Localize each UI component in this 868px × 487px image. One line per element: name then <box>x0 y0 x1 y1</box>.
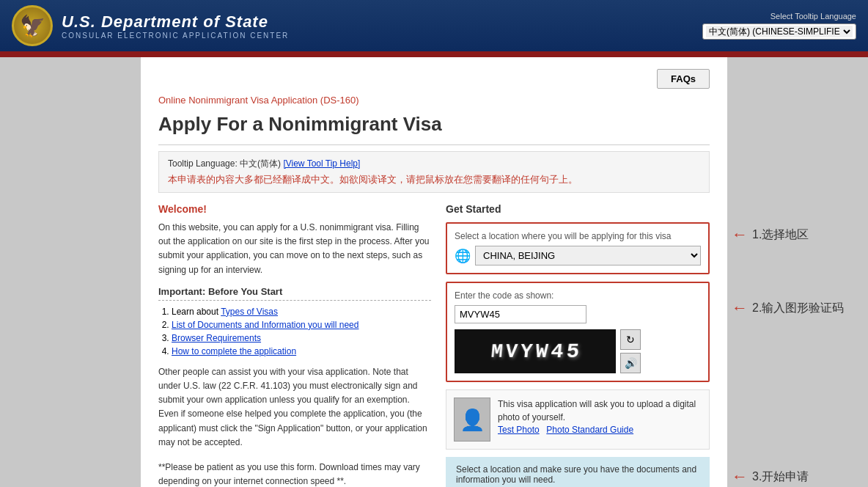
tooltip-banner: Tooltip Language: 中文(简体) [View Tool Tip … <box>158 151 710 193</box>
start-section-text: Select a location and make sure you have… <box>456 464 699 485</box>
notice-text: Other people can assist you with your vi… <box>158 365 431 450</box>
annotation-text-3: 3.开始申请 <box>752 469 809 485</box>
department-title: U.S. Department of State <box>62 12 289 32</box>
header: 🦅 U.S. Department of State CONSULAR ELEC… <box>0 0 868 51</box>
captcha-image-row: MVYW45 ↻ 🔊 <box>455 329 701 373</box>
welcome-title: Welcome! <box>158 203 431 215</box>
tooltip-row1: Tooltip Language: 中文(简体) [View Tool Tip … <box>168 158 700 170</box>
annotation-2: ← 2.输入图形验证码 <box>732 299 844 318</box>
header-right: Select Tooltip Language 中文(简体) (CHINESE-… <box>702 12 856 40</box>
language-dropdown[interactable]: 中文(简体) (CHINESE-SIMPLIFIE English <box>706 26 853 37</box>
notice-text-2: **Please be patient as you use this form… <box>158 461 431 487</box>
location-box: Select a location where you will be appl… <box>446 222 710 274</box>
list-item: How to complete the application <box>172 346 431 356</box>
test-photo-link[interactable]: Test Photo <box>498 425 540 435</box>
captcha-image: MVYW45 <box>455 329 616 373</box>
header-title: U.S. Department of State CONSULAR ELECTR… <box>62 12 289 40</box>
photo-section: 👤 This visa application will ask you to … <box>446 389 710 450</box>
photo-links: Test Photo Photo Standard Guide <box>498 424 702 435</box>
location-dropdown[interactable]: CHINA, BEIJING CHINA, GUANGZHOU CHINA, S… <box>475 246 701 266</box>
photo-placeholder: 👤 <box>454 398 490 442</box>
right-col: Get Started Select a location where you … <box>446 203 710 487</box>
faqs-button[interactable]: FAQs <box>657 69 710 89</box>
browser-req-link[interactable]: Browser Requirements <box>172 333 261 343</box>
captcha-audio-button[interactable]: 🔊 <box>620 353 641 373</box>
language-selector[interactable]: 中文(简体) (CHINESE-SIMPLIFIE English <box>702 23 856 40</box>
annotation-arrow-3: ← <box>732 467 748 486</box>
breadcrumb: Online Nonimmigrant Visa Application (DS… <box>158 95 710 106</box>
captcha-refresh-button[interactable]: ↻ <box>620 329 641 350</box>
photo-info: This visa application will ask you to up… <box>498 398 702 435</box>
person-icon: 👤 <box>460 408 485 432</box>
red-stripe <box>0 51 868 57</box>
tooltip-row2: 本申请表的内容大多都已经翻译成中文。如欲阅读译文，请把鼠标放在您需要翻译的任何句… <box>168 173 700 186</box>
title-divider <box>158 144 710 145</box>
globe-icon: 🌐 <box>455 248 471 264</box>
two-col-layout: Welcome! On this website, you can apply … <box>158 203 710 487</box>
main-wrapper: FAQs Online Nonimmigrant Visa Applicatio… <box>141 57 727 487</box>
complete-app-link[interactable]: How to complete the application <box>172 346 296 356</box>
annotation-1: ← 1.选择地区 <box>732 225 809 244</box>
captcha-buttons: ↻ 🔊 <box>620 329 641 373</box>
captcha-box: Enter the code as shown: MVYW45 ↻ 🔊 <box>446 282 710 382</box>
list-item: Browser Requirements <box>172 333 431 343</box>
list-item: Learn about Types of Visas <box>172 307 431 317</box>
location-label: Select a location where you will be appl… <box>455 231 701 241</box>
annotation-arrow-2: ← <box>732 299 748 318</box>
annotation-3: ← 3.开始申请 <box>732 467 809 486</box>
captcha-text: MVYW45 <box>490 340 583 363</box>
photo-description: This visa application will ask you to up… <box>498 398 702 424</box>
list-item: List of Documents and Information you wi… <box>172 320 431 330</box>
content-area: Welcome! On this website, you can apply … <box>158 203 710 487</box>
view-tooltip-help-link[interactable]: [View Tool Tip Help] <box>283 158 360 169</box>
annotation-text-1: 1.选择地区 <box>752 227 809 243</box>
seal-icon: 🦅 <box>12 5 53 46</box>
captcha-input[interactable] <box>455 305 586 323</box>
captcha-label: Enter the code as shown: <box>455 290 701 301</box>
annotation-arrow-1: ← <box>732 225 748 244</box>
important-title: Important: Before You Start <box>158 286 431 301</box>
department-subtitle: CONSULAR ELECTRONIC APPLICATION CENTER <box>62 32 289 40</box>
tooltip-lang-label: Select Tooltip Language <box>770 12 856 21</box>
page-title: Apply For a Nonimmigrant Visa <box>158 113 710 136</box>
annotation-text-2: 2.输入图形验证码 <box>752 301 844 316</box>
photo-standard-guide-link[interactable]: Photo Standard Guide <box>546 425 633 435</box>
before-start-list: Learn about Types of Visas List of Docum… <box>172 307 431 356</box>
header-left: 🦅 U.S. Department of State CONSULAR ELEC… <box>12 5 289 46</box>
documents-link[interactable]: List of Documents and Information you wi… <box>172 320 358 330</box>
get-started-title: Get Started <box>446 203 710 215</box>
welcome-text: On this website, you can apply for a U.S… <box>158 221 431 277</box>
faqs-area: FAQs <box>158 69 710 89</box>
left-col: Welcome! On this website, you can apply … <box>158 203 431 487</box>
tooltip-lang-text: Tooltip Language: 中文(简体) <box>168 158 283 169</box>
location-select-row: 🌐 CHINA, BEIJING CHINA, GUANGZHOU CHINA,… <box>455 246 701 266</box>
types-of-visas-link[interactable]: Types of Visas <box>221 307 278 317</box>
start-section: Select a location and make sure you have… <box>446 457 710 487</box>
